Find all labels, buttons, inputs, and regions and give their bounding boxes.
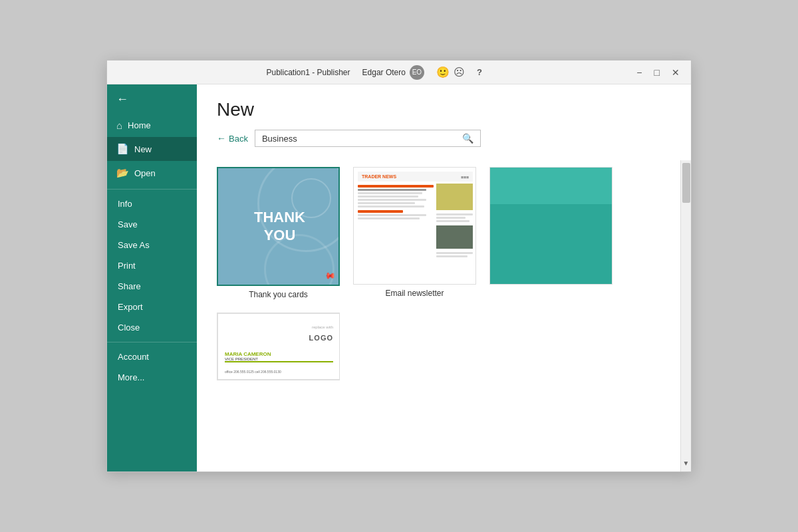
sidebar-divider — [107, 189, 197, 190]
title-bar: Publication1 - Publisher Edgar Otero EO … — [107, 61, 691, 84]
happy-icon[interactable]: 🙂 — [436, 66, 450, 78]
text-line-5 — [358, 202, 415, 204]
sidebar-label-print: Print — [118, 261, 136, 271]
teal-thumbnail — [489, 167, 612, 285]
minimize-button[interactable]: − — [633, 66, 645, 79]
text-line-9 — [358, 217, 420, 219]
text-line-6 — [358, 205, 424, 207]
search-icon[interactable]: 🔍 — [462, 133, 473, 144]
sidebar-label-account: Account — [118, 352, 149, 362]
right-text-3 — [436, 220, 469, 222]
template-card-teal[interactable] — [489, 167, 612, 299]
sidebar-item-save[interactable]: Save — [107, 214, 197, 235]
user-info: Edgar Otero EO — [362, 65, 424, 80]
title-bar-text: Publication1 - Publisher Edgar Otero EO … — [115, 65, 633, 80]
back-link[interactable]: ← Back — [217, 133, 248, 144]
right-text-5 — [436, 255, 467, 257]
publisher-window: Publication1 - Publisher Edgar Otero EO … — [106, 60, 692, 472]
window-title: Publication1 - Publisher — [266, 68, 350, 77]
text-line-7 — [358, 210, 403, 213]
text-line-4 — [358, 199, 426, 201]
bizcard-thumbnail: replace with LOGO MARIA CAMERON VICE PRE… — [217, 313, 340, 380]
new-icon: 📄 — [116, 143, 129, 155]
search-input-wrapper: 🔍 — [255, 130, 481, 147]
thankyou-card-preview: THANK YOU — [218, 168, 340, 285]
newsletter-image-2 — [436, 225, 473, 249]
back-arrow-icon: ← — [116, 92, 128, 106]
sidebar-item-account[interactable]: Account — [107, 346, 197, 367]
thank-line1: THANK — [254, 209, 305, 226]
newsletter-headline-line — [358, 185, 434, 188]
teal-card-preview — [490, 168, 612, 284]
search-bar: ← Back 🔍 — [217, 130, 671, 147]
newsletter-body — [358, 184, 473, 280]
sidebar-item-open[interactable]: 📂 Open — [107, 161, 197, 185]
text-line-1 — [358, 189, 426, 191]
thank-line2: YOU — [254, 227, 305, 244]
newsletter-preview: TRADER NEWS ◼◼◼ — [354, 168, 476, 284]
sidebar-item-export[interactable]: Export — [107, 297, 197, 317]
sidebar-label-export: Export — [118, 302, 143, 312]
scroll-down-arrow[interactable]: ▼ — [681, 458, 691, 469]
template-card-thankyou[interactable]: THANK YOU 📌 Thank you cards — [217, 167, 340, 299]
content-header: New ← Back 🔍 — [197, 84, 691, 160]
home-icon: ⌂ — [116, 120, 122, 131]
maximize-button[interactable]: □ — [651, 66, 663, 79]
window-controls: − □ ✕ — [633, 66, 683, 79]
newsletter-title-text: TRADER NEWS — [362, 174, 396, 179]
newsletter-label: Email newsletter — [385, 289, 444, 298]
bizcard-person-name: MARIA CAMERON — [225, 351, 333, 357]
scrollbar: ▲ ▼ — [680, 160, 691, 471]
search-input[interactable] — [262, 134, 462, 144]
sidebar-item-home[interactable]: ⌂ Home — [107, 114, 197, 137]
sidebar-label-new: New — [134, 144, 152, 154]
open-icon: 📂 — [116, 167, 129, 179]
sidebar-item-info[interactable]: Info — [107, 194, 197, 214]
newsletter-image — [436, 184, 473, 210]
sidebar-item-new[interactable]: 📄 New — [107, 137, 197, 161]
sidebar-label-close: Close — [118, 323, 140, 332]
right-text-1 — [436, 213, 473, 215]
sidebar-item-close[interactable]: Close — [107, 317, 197, 338]
feedback-icons: 🙂 ☹ — [436, 66, 465, 78]
sad-icon[interactable]: ☹ — [454, 66, 465, 78]
template-card-newsletter[interactable]: TRADER NEWS ◼◼◼ — [353, 167, 476, 299]
avatar: EO — [410, 65, 424, 80]
sidebar-label-more: More... — [118, 372, 144, 382]
teal-card-inner — [490, 204, 612, 284]
sidebar-item-print[interactable]: Print — [107, 255, 197, 276]
template-card-bizcard[interactable]: replace with LOGO MARIA CAMERON VICE PRE… — [217, 313, 340, 384]
close-button[interactable]: ✕ — [668, 66, 683, 79]
thankyou-text: THANK YOU — [254, 209, 305, 244]
sidebar-item-more[interactable]: More... — [107, 367, 197, 388]
right-text-4 — [436, 252, 473, 254]
sidebar: ← ⌂ Home 📄 New 📂 Open Info Save Sav — [107, 84, 197, 471]
sidebar-label-open: Open — [134, 168, 156, 178]
bizcard-replace-text: replace with — [312, 325, 333, 329]
thankyou-label: Thank you cards — [249, 290, 308, 299]
scrollbar-thumb[interactable] — [682, 163, 690, 203]
sidebar-back-button[interactable]: ← — [107, 84, 197, 114]
text-line-8 — [358, 214, 426, 216]
sidebar-item-share[interactable]: Share — [107, 276, 197, 297]
back-arrow-icon: ← — [217, 133, 226, 144]
right-text-2 — [436, 217, 466, 219]
newsletter-right-col — [436, 184, 473, 280]
main-layout: ← ⌂ Home 📄 New 📂 Open Info Save Sav — [107, 84, 691, 471]
sidebar-label-info: Info — [118, 199, 132, 209]
newsletter-header: TRADER NEWS ◼◼◼ — [358, 172, 473, 182]
content-area: New ← Back 🔍 — [197, 84, 691, 471]
bizcard-contact-info: office 206.555.0125 cell 206.555.0130 — [225, 370, 333, 374]
thankyou-thumbnail: THANK YOU 📌 — [217, 167, 340, 286]
newsletter-left-col — [358, 184, 434, 280]
newsletter-logo: ◼◼◼ — [461, 175, 469, 179]
page-title: New — [217, 99, 671, 120]
bizcard-green-line — [225, 361, 333, 362]
bizcard-preview: replace with LOGO MARIA CAMERON VICE PRE… — [217, 313, 340, 380]
help-button[interactable]: ? — [477, 67, 482, 77]
templates-grid: THANK YOU 📌 Thank you cards — [197, 160, 680, 471]
sidebar-label-home: Home — [128, 120, 151, 130]
sidebar-item-save-as[interactable]: Save As — [107, 235, 197, 255]
sidebar-label-save: Save — [118, 219, 138, 229]
sidebar-label-save-as: Save As — [118, 240, 150, 250]
